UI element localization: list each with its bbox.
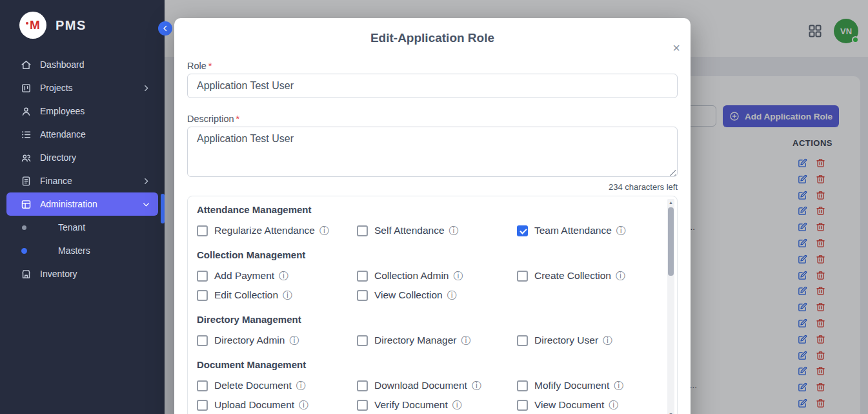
permission-item[interactable]: Delete Documentⓘ bbox=[197, 376, 357, 395]
sidebar-item-label: Dashboard bbox=[40, 59, 85, 70]
checkbox[interactable] bbox=[517, 271, 528, 282]
home-icon bbox=[21, 59, 32, 70]
permission-item[interactable]: Team Attendanceⓘ bbox=[517, 221, 655, 240]
info-icon[interactable]: ⓘ bbox=[283, 289, 292, 302]
info-icon[interactable]: ⓘ bbox=[472, 380, 481, 392]
sidebar-item-dashboard[interactable]: Dashboard bbox=[6, 53, 158, 76]
checkbox[interactable] bbox=[357, 225, 368, 236]
checkbox-checked[interactable] bbox=[517, 225, 528, 236]
info-icon[interactable]: ⓘ bbox=[616, 225, 626, 237]
description-textarea[interactable]: Application Test User bbox=[187, 127, 678, 177]
permission-item[interactable]: Regularize Attendanceⓘ bbox=[197, 221, 357, 240]
sidebar-item-label: Inventory bbox=[40, 269, 77, 279]
sidebar-item-administration[interactable]: Administration bbox=[6, 192, 158, 216]
info-icon[interactable]: ⓘ bbox=[319, 225, 329, 237]
sidebar-item-label: Projects bbox=[40, 83, 73, 93]
description-label: Description* bbox=[187, 114, 678, 124]
permission-item[interactable]: Upload Documentⓘ bbox=[197, 395, 357, 414]
checkbox[interactable] bbox=[517, 380, 528, 391]
permission-item[interactable]: View Collectionⓘ bbox=[357, 285, 517, 305]
modal-title: Edit-Application Role bbox=[187, 31, 678, 45]
list-icon bbox=[21, 129, 32, 140]
sidebar-item-directory[interactable]: Directory bbox=[6, 146, 158, 169]
permission-item[interactable]: Edit Collectionⓘ bbox=[197, 285, 357, 305]
role-input[interactable] bbox=[187, 74, 678, 98]
permission-grid: Regularize Attendanceⓘ Self Attendanceⓘ … bbox=[197, 221, 655, 240]
permission-item[interactable]: Directory Adminⓘ bbox=[197, 331, 357, 350]
permission-grid: Delete Documentⓘ Download Documentⓘ Mofi… bbox=[197, 376, 655, 414]
info-icon[interactable]: ⓘ bbox=[614, 380, 623, 392]
sidebar: M PMS Dashboard Projects Employees Atten… bbox=[0, 0, 165, 414]
people-icon bbox=[21, 152, 32, 163]
checkbox[interactable] bbox=[357, 400, 368, 411]
info-icon[interactable]: ⓘ bbox=[279, 270, 288, 282]
bullet-icon bbox=[22, 225, 26, 230]
projects-icon bbox=[21, 83, 32, 94]
sidebar-item-finance[interactable]: Finance bbox=[6, 169, 158, 192]
group-title: Collection Management bbox=[197, 249, 655, 260]
permission-item[interactable]: View Documentⓘ bbox=[517, 395, 655, 414]
checkbox[interactable] bbox=[357, 335, 368, 346]
permissions-scrollbar[interactable]: ▲ ▼ bbox=[667, 199, 674, 414]
sidebar-nav: Dashboard Projects Employees Attendance … bbox=[0, 53, 165, 285]
checkbox[interactable] bbox=[197, 380, 208, 391]
scroll-up-icon[interactable]: ▲ bbox=[667, 200, 674, 205]
permission-group-collection: Collection Management Add Paymentⓘ Colle… bbox=[197, 249, 655, 305]
sidebar-item-employees[interactable]: Employees bbox=[6, 99, 158, 123]
info-icon[interactable]: ⓘ bbox=[603, 335, 612, 347]
checkbox[interactable] bbox=[357, 290, 368, 301]
permission-item[interactable]: Download Documentⓘ bbox=[357, 376, 517, 395]
info-icon[interactable]: ⓘ bbox=[296, 380, 306, 392]
permission-item[interactable]: Directory Managerⓘ bbox=[357, 331, 517, 350]
admin-icon bbox=[21, 199, 32, 210]
app-name: PMS bbox=[56, 18, 86, 33]
checkbox[interactable] bbox=[197, 400, 208, 411]
checkbox[interactable] bbox=[517, 335, 528, 346]
checkbox[interactable] bbox=[197, 225, 208, 236]
permission-item[interactable]: Directory Userⓘ bbox=[517, 331, 655, 350]
permission-item[interactable]: Mofify Documentⓘ bbox=[517, 376, 655, 395]
info-icon[interactable]: ⓘ bbox=[449, 225, 459, 237]
info-icon[interactable]: ⓘ bbox=[461, 335, 471, 347]
checkbox[interactable] bbox=[197, 271, 208, 282]
info-icon[interactable]: ⓘ bbox=[447, 289, 457, 302]
sidebar-item-inventory[interactable]: Inventory bbox=[6, 262, 158, 285]
info-icon[interactable]: ⓘ bbox=[453, 270, 463, 282]
chevron-down-icon bbox=[142, 200, 150, 209]
group-title: Attendance Management bbox=[197, 204, 655, 215]
group-title: Document Management bbox=[197, 359, 655, 370]
logo-icon: M bbox=[19, 12, 46, 39]
checkbox[interactable] bbox=[197, 335, 208, 346]
checkbox[interactable] bbox=[357, 271, 368, 282]
chevron-left-icon bbox=[161, 25, 169, 32]
sidebar-collapse-toggle[interactable] bbox=[158, 21, 172, 36]
info-icon[interactable]: ⓘ bbox=[289, 335, 299, 347]
sidebar-item-label: Masters bbox=[58, 245, 90, 256]
characters-left-counter: 234 characters left bbox=[187, 182, 678, 192]
info-icon[interactable]: ⓘ bbox=[609, 399, 618, 411]
info-icon[interactable]: ⓘ bbox=[616, 270, 625, 282]
sidebar-item-label: Employees bbox=[40, 106, 85, 116]
info-icon[interactable]: ⓘ bbox=[452, 399, 462, 411]
permission-item[interactable]: Create Collectionⓘ bbox=[517, 266, 655, 285]
permission-item[interactable]: Verify Documentⓘ bbox=[357, 395, 517, 414]
permission-item[interactable]: Self Attendanceⓘ bbox=[357, 221, 517, 240]
permission-grid: Add Paymentⓘ Collection Adminⓘ Create Co… bbox=[197, 266, 655, 305]
permission-item[interactable]: Add Paymentⓘ bbox=[197, 266, 357, 285]
permission-item[interactable]: Collection Adminⓘ bbox=[357, 266, 517, 285]
description-field-wrap: Application Test User bbox=[187, 127, 678, 180]
checkbox[interactable] bbox=[357, 380, 368, 391]
sidebar-item-masters[interactable]: Masters bbox=[6, 239, 158, 262]
info-icon[interactable]: ⓘ bbox=[299, 399, 308, 411]
group-title: Directory Management bbox=[197, 314, 655, 325]
sidebar-item-label: Administration bbox=[40, 199, 97, 209]
sidebar-item-attendance[interactable]: Attendance bbox=[6, 123, 158, 146]
checkbox[interactable] bbox=[197, 290, 208, 301]
sidebar-item-projects[interactable]: Projects bbox=[6, 76, 158, 99]
sidebar-item-tenant[interactable]: Tenant bbox=[6, 216, 158, 239]
app-root: VN Add Application Role ACTIONS bbox=[0, 0, 868, 414]
scrollbar-thumb[interactable] bbox=[668, 207, 674, 276]
close-icon[interactable]: × bbox=[672, 41, 680, 54]
checkbox[interactable] bbox=[517, 400, 528, 411]
sidebar-scrollbar-thumb[interactable] bbox=[161, 194, 165, 223]
